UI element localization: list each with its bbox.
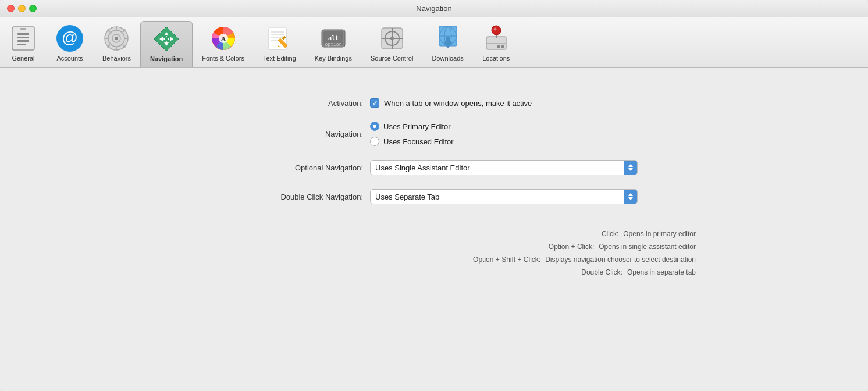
settings-table: Activation: When a tab or window opens, … [172, 91, 696, 211]
arrow-up-icon-2 [628, 193, 633, 196]
navigation-setting-label: Navigation: [172, 130, 370, 138]
source-control-icon [378, 24, 406, 52]
radio-primary-editor[interactable]: Uses Primary Editor [370, 122, 454, 131]
svg-point-61 [493, 28, 496, 31]
general-icon [9, 24, 37, 52]
navigation-radio-group: Uses Primary Editor Uses Focused Editor [370, 122, 454, 146]
behaviors-icon [102, 24, 130, 52]
double-click-navigation-select[interactable]: Uses Separate Tab [370, 189, 638, 204]
optional-navigation-control: Uses Single Assistant Editor [370, 160, 638, 175]
arrow-up-icon [628, 164, 633, 167]
svg-rect-1 [20, 28, 26, 30]
svg-point-60 [492, 26, 501, 35]
help-option-click-key: Option + Click: [399, 243, 596, 251]
radio-primary-editor-button[interactable] [370, 122, 379, 131]
help-click-key: Click: [423, 230, 621, 238]
double-click-navigation-label: Double Click Navigation: [172, 193, 370, 201]
activation-control: When a tab or window opens, make it acti… [370, 98, 532, 108]
help-option-click-row: Option + Click: Opens in single assistan… [172, 241, 696, 252]
key-bindings-icon: alt option [319, 24, 347, 52]
navigation-control: Uses Primary Editor Uses Focused Editor [370, 122, 454, 146]
help-section: Click: Opens in primary editor Option + … [172, 229, 696, 278]
navigation-label: Navigation [150, 55, 183, 62]
toolbar-item-fonts-colors[interactable]: A Fonts & Colors [193, 21, 254, 67]
toolbar-item-source-control[interactable]: Source Control [361, 21, 422, 67]
optional-navigation-value: Uses Single Assistant Editor [375, 163, 622, 172]
traffic-lights [7, 5, 37, 12]
svg-rect-2 [17, 33, 29, 35]
svg-text:A: A [221, 35, 226, 42]
locations-label: Locations [482, 55, 510, 62]
accounts-icon: @ [56, 24, 84, 52]
toolbar-item-behaviors[interactable]: Behaviors [93, 21, 140, 67]
toolbar-item-key-bindings[interactable]: alt option Key Bindings [305, 21, 361, 67]
radio-focused-editor-button[interactable] [370, 137, 379, 146]
double-click-navigation-control: Uses Separate Tab [370, 189, 638, 204]
arrow-down-icon [628, 168, 633, 171]
toolbar-item-navigation[interactable]: Navigation [140, 21, 193, 67]
help-option-click-value: Opens in single assistant editor [596, 243, 696, 251]
optional-navigation-select[interactable]: Uses Single Assistant Editor [370, 160, 638, 175]
content-area: Activation: When a tab or window opens, … [0, 68, 868, 391]
help-double-click-value: Opens in separate tab [625, 268, 696, 276]
help-click-row: Click: Opens in primary editor [172, 229, 696, 239]
downloads-icon [434, 24, 462, 52]
svg-rect-5 [17, 44, 26, 45]
maximize-button[interactable] [29, 5, 37, 12]
help-double-click-key: Double Click: [427, 268, 625, 276]
toolbar: General @ Accounts [0, 17, 868, 68]
help-option-shift-key: Option + Shift + Click: [345, 255, 543, 264]
toolbar-item-downloads[interactable]: Downloads [422, 21, 472, 67]
navigation-icon [152, 25, 180, 53]
toolbar-item-text-editing[interactable]: Text Editing [254, 21, 305, 67]
arrow-down-icon-2 [628, 197, 633, 200]
radio-primary-editor-label: Uses Primary Editor [383, 122, 451, 131]
help-click-value: Opens in primary editor [621, 230, 696, 238]
source-control-label: Source Control [371, 55, 413, 62]
minimize-button[interactable] [18, 5, 26, 12]
title-bar: Navigation [0, 0, 868, 17]
radio-focused-editor-label: Uses Focused Editor [383, 137, 454, 146]
window-title: Navigation [416, 4, 451, 13]
navigation-row: Navigation: Uses Primary Editor Uses Foc… [172, 115, 696, 153]
svg-rect-29 [165, 37, 168, 41]
help-option-shift-row: Option + Shift + Click: Displays navigat… [172, 254, 696, 265]
optional-navigation-arrows [624, 161, 637, 175]
svg-rect-55 [446, 37, 450, 44]
activation-label: Activation: [172, 99, 370, 108]
key-bindings-label: Key Bindings [315, 55, 352, 62]
fonts-colors-label: Fonts & Colors [202, 55, 244, 62]
preferences-window: Navigation General @ [0, 0, 868, 391]
close-button[interactable] [7, 5, 15, 12]
locations-icon [482, 24, 510, 52]
toolbar-item-accounts[interactable]: @ Accounts [47, 21, 93, 67]
fonts-colors-icon: A [209, 24, 237, 52]
svg-point-49 [390, 37, 394, 40]
accounts-label: Accounts [56, 55, 83, 62]
svg-point-58 [501, 45, 504, 48]
text-editing-icon [265, 24, 293, 52]
text-editing-label: Text Editing [263, 55, 296, 62]
svg-text:alt: alt [328, 35, 339, 41]
help-double-click-row: Double Click: Opens in separate tab [172, 267, 696, 278]
behaviors-label: Behaviors [102, 55, 131, 62]
optional-navigation-row: Optional Navigation: Uses Single Assista… [172, 153, 696, 182]
double-click-navigation-value: Uses Separate Tab [375, 193, 622, 201]
activation-checkbox[interactable] [370, 98, 379, 108]
double-click-navigation-row: Double Click Navigation: Uses Separate T… [172, 182, 696, 211]
toolbar-item-general[interactable]: General [0, 21, 47, 67]
svg-point-59 [497, 45, 500, 48]
downloads-label: Downloads [432, 55, 463, 62]
svg-rect-3 [17, 37, 29, 38]
toolbar-item-locations[interactable]: Locations [473, 21, 520, 67]
activation-text: When a tab or window opens, make it acti… [384, 99, 532, 108]
activation-row: Activation: When a tab or window opens, … [172, 91, 696, 115]
radio-focused-editor[interactable]: Uses Focused Editor [370, 137, 454, 146]
double-click-navigation-arrows [624, 190, 637, 204]
help-option-shift-value: Displays navigation chooser to select de… [543, 255, 696, 264]
optional-navigation-label: Optional Navigation: [172, 163, 370, 172]
svg-text:option: option [325, 42, 341, 47]
svg-rect-4 [17, 40, 29, 42]
general-label: General [12, 55, 34, 62]
svg-point-17 [115, 37, 118, 40]
